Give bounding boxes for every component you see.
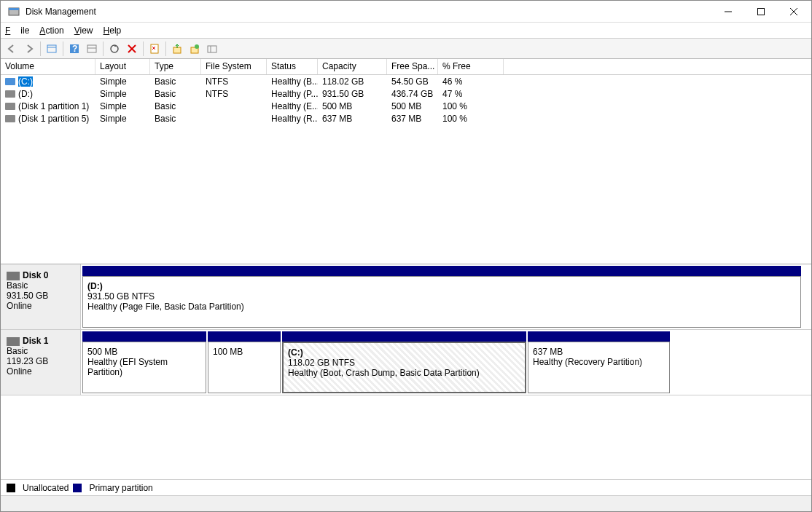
disk-icon — [7, 337, 20, 346]
minimize-button[interactable] — [711, 1, 744, 23]
svg-text:?: ? — [72, 44, 77, 54]
table-row[interactable]: (D:)SimpleBasicNTFSHealthy (P...931.50 G… — [1, 87, 811, 100]
disk-row: Disk 1Basic119.23 GBOnline500 MBHealthy … — [1, 330, 811, 395]
volume-table: Volume Layout Type File System Status Ca… — [1, 59, 811, 264]
disk-label[interactable]: Disk 1Basic119.23 GBOnline — [1, 330, 81, 395]
disk-label[interactable]: Disk 0Basic931.50 GBOnline — [1, 264, 81, 329]
table-row[interactable]: (Disk 1 partition 5)SimpleBasicHealthy (… — [1, 112, 811, 125]
disk-map: Disk 0Basic931.50 GBOnline(D:)931.50 GB … — [1, 264, 811, 479]
disk-icon — [7, 272, 20, 280]
legend-swatch-unallocated — [7, 484, 15, 492]
menu-action[interactable]: Action — [39, 25, 63, 36]
partition-box[interactable]: (D:)931.50 GB NTFSHealthy (Page File, Ba… — [82, 276, 801, 328]
table-header: Volume Layout Type File System Status Ca… — [1, 59, 811, 75]
window-title: Disk Management — [24, 7, 711, 17]
maximize-button[interactable] — [744, 1, 777, 23]
close-button[interactable] — [777, 1, 810, 23]
partition-box[interactable]: 100 MB — [208, 342, 281, 393]
drive-icon — [5, 103, 15, 110]
properties-button[interactable] — [147, 41, 163, 57]
delete-button[interactable] — [124, 41, 140, 57]
refresh-button[interactable] — [106, 41, 122, 57]
svg-rect-1 — [9, 8, 19, 10]
action-button-3[interactable] — [204, 41, 220, 57]
volume-name: (Disk 1 partition 5) — [18, 114, 89, 124]
drive-icon — [5, 90, 15, 98]
svg-rect-16 — [173, 47, 181, 53]
drive-icon — [5, 78, 15, 85]
drive-icon — [5, 115, 15, 122]
table-row[interactable]: (C:)SimpleBasicNTFSHealthy (B...118.02 G… — [1, 75, 811, 87]
volume-name: (C:) — [18, 76, 33, 87]
col-layout[interactable]: Layout — [95, 59, 150, 74]
toolbar: ? — [1, 39, 811, 59]
menu-bar: File Action View Help — [1, 23, 811, 39]
partition-box[interactable]: (C:)118.02 GB NTFSHealthy (Boot, Crash D… — [282, 342, 526, 393]
settings-button[interactable] — [84, 41, 100, 57]
col-volume[interactable]: Volume — [1, 59, 95, 74]
status-bar — [1, 495, 811, 511]
menu-help[interactable]: Help — [104, 25, 122, 36]
col-status[interactable]: Status — [267, 59, 318, 74]
svg-rect-10 — [87, 45, 96, 52]
col-capacity[interactable]: Capacity — [318, 59, 387, 74]
forward-button[interactable] — [21, 41, 37, 57]
back-button[interactable] — [4, 41, 20, 57]
disk-row: Disk 0Basic931.50 GBOnline(D:)931.50 GB … — [1, 264, 811, 330]
action-button-2[interactable] — [187, 41, 203, 57]
show-hide-console-button[interactable] — [44, 41, 60, 57]
title-bar: Disk Management — [1, 1, 811, 23]
table-row[interactable]: (Disk 1 partition 1)SimpleBasicHealthy (… — [1, 100, 811, 112]
svg-point-18 — [195, 44, 199, 49]
legend-swatch-primary — [73, 484, 82, 492]
col-filesystem[interactable]: File System — [201, 59, 267, 74]
action-button-1[interactable] — [169, 41, 185, 57]
col-free-space[interactable]: Free Spa... — [387, 59, 438, 74]
volume-name: (D:) — [18, 89, 33, 99]
svg-rect-19 — [208, 46, 216, 52]
legend-unallocated: Unallocated — [23, 483, 69, 493]
legend: Unallocated Primary partition — [1, 479, 811, 495]
col-percent-free[interactable]: % Free — [438, 59, 504, 74]
legend-primary: Primary partition — [89, 483, 152, 493]
menu-view[interactable]: View — [74, 25, 93, 36]
col-type[interactable]: Type — [150, 59, 201, 74]
menu-file[interactable]: File — [5, 25, 29, 36]
svg-rect-3 — [757, 8, 764, 15]
svg-rect-6 — [47, 45, 56, 52]
partition-box[interactable]: 500 MBHealthy (EFI System Partition) — [82, 342, 206, 393]
volume-name: (Disk 1 partition 1) — [18, 101, 89, 111]
partition-box[interactable]: 637 MBHealthy (Recovery Partition) — [528, 342, 670, 393]
help-button[interactable]: ? — [66, 41, 82, 57]
app-icon — [8, 6, 20, 17]
